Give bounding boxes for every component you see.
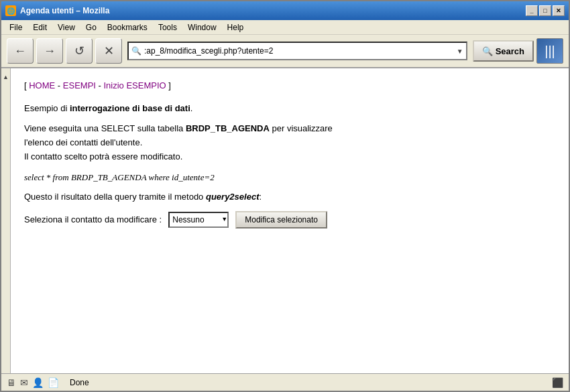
stop-icon: ✕ <box>104 44 114 58</box>
menu-help[interactable]: Help <box>222 21 249 34</box>
status-icon-user: 👤 <box>32 377 44 388</box>
window-controls: _ □ ✕ <box>526 5 565 16</box>
nav-bracket-close: ] <box>166 80 171 90</box>
address-input[interactable] <box>144 46 454 56</box>
refresh-button[interactable]: ↺ <box>66 38 93 64</box>
status-bar: 🖥 ✉ 👤 📄 Done ⬛ <box>1 373 569 391</box>
status-text: Done <box>64 378 547 387</box>
menu-window[interactable]: Window <box>182 21 222 34</box>
nav-links: [ HOME - ESEMPI - Inizio ESEMPIO ] <box>24 79 555 92</box>
paragraph2-line2: l'elenco dei contatti dell'utente. <box>24 137 142 147</box>
stop-button[interactable]: ✕ <box>95 38 122 64</box>
paragraph1-end: . <box>190 103 193 113</box>
nav-sep1: - <box>55 80 63 90</box>
status-icon-mail: ✉ <box>20 377 28 388</box>
nav-home-link[interactable]: HOME <box>29 80 55 90</box>
contact-select[interactable]: Nessuno <box>168 212 229 228</box>
menu-bookmarks[interactable]: Bookmarks <box>102 21 153 34</box>
window-title: Agenda utenti – Mozilla <box>20 6 109 15</box>
status-right: ⬛ <box>552 377 563 388</box>
select-wrapper: Nessuno <box>168 212 229 228</box>
paragraph2-line3: Il contatto scelto potrà essere modifica… <box>24 151 182 161</box>
refresh-icon: ↺ <box>74 44 84 58</box>
paragraph1-bold: interrogazione di base di dati <box>70 103 190 113</box>
status-icons: 🖥 ✉ 👤 📄 <box>7 377 59 388</box>
close-button[interactable]: ✕ <box>553 5 565 16</box>
search-label: Search <box>496 46 524 56</box>
back-icon: ← <box>14 44 26 58</box>
strip-arrow-up[interactable]: ▲ <box>3 74 9 80</box>
address-bar-icon: 🔍 <box>131 46 141 56</box>
left-strip: ▲ <box>1 68 11 373</box>
minimize-button[interactable]: _ <box>526 5 538 16</box>
browser-body: ▲ [ HOME - ESEMPI - Inizio ESEMPIO ] Ese… <box>1 68 569 373</box>
paragraph-2: Viene eseguita una SELECT sulla tabella … <box>24 122 555 164</box>
paragraph-3: Questo il risultato della query tramite … <box>24 190 555 204</box>
back-button[interactable]: ← <box>7 38 34 64</box>
menu-go[interactable]: Go <box>80 21 102 34</box>
nav-sep2: - <box>96 80 104 90</box>
menu-tools[interactable]: Tools <box>153 21 182 34</box>
content-area: [ HOME - ESEMPI - Inizio ESEMPIO ] Esemp… <box>11 68 569 373</box>
paragraph-1: Esempio di interrogazione di base di dat… <box>24 102 555 116</box>
toolbar: ← → ↺ ✕ 🔍 ▼ 🔍 Search ||| <box>1 35 569 68</box>
menu-edit[interactable]: Edit <box>27 21 52 34</box>
window-icon: 🌐 <box>5 5 16 16</box>
paragraph3-bold: query2select <box>206 192 260 202</box>
modify-button[interactable]: Modifica selezionato <box>235 211 327 228</box>
menu-bar: File Edit View Go Bookmarks Tools Window… <box>1 20 569 35</box>
status-icon-doc: 📄 <box>48 377 59 388</box>
toolbar-extra-icon: ||| <box>536 38 563 64</box>
table-name: BRDP_TB_AGENDA <box>186 123 270 133</box>
forward-icon: → <box>44 44 56 58</box>
forward-button[interactable]: → <box>36 38 63 64</box>
search-button[interactable]: 🔍 Search <box>473 40 534 62</box>
menu-view[interactable]: View <box>52 21 80 34</box>
paragraph3-plain: Questo il risultato della query tramite … <box>24 192 206 202</box>
code-query: select * from BRDP_TB_AGENDA where id_ut… <box>24 171 555 184</box>
nav-esempi-link[interactable]: ESEMPI <box>63 80 96 90</box>
paragraph1-plain: Esempio di <box>24 103 70 113</box>
form-label: Seleziona il contatto da modificare : <box>24 213 162 226</box>
status-icon-monitor: 🖥 <box>7 377 16 388</box>
address-dropdown-icon[interactable]: ▼ <box>457 48 463 55</box>
address-bar: 🔍 ▼ <box>127 42 467 60</box>
nav-inizio-link[interactable]: Inizio ESEMPIO <box>103 80 166 90</box>
title-bar: 🌐 Agenda utenti – Mozilla _ □ ✕ <box>1 1 569 20</box>
form-row: Seleziona il contatto da modificare : Ne… <box>24 211 555 228</box>
browser-window: 🌐 Agenda utenti – Mozilla _ □ ✕ File Edi… <box>0 0 570 392</box>
status-resize-icon: ⬛ <box>552 377 563 388</box>
maximize-button[interactable]: □ <box>539 5 551 16</box>
paragraph3-end: : <box>259 192 262 202</box>
menu-file[interactable]: File <box>4 21 27 34</box>
title-bar-left: 🌐 Agenda utenti – Mozilla <box>5 5 109 16</box>
search-icon: 🔍 <box>482 46 493 56</box>
